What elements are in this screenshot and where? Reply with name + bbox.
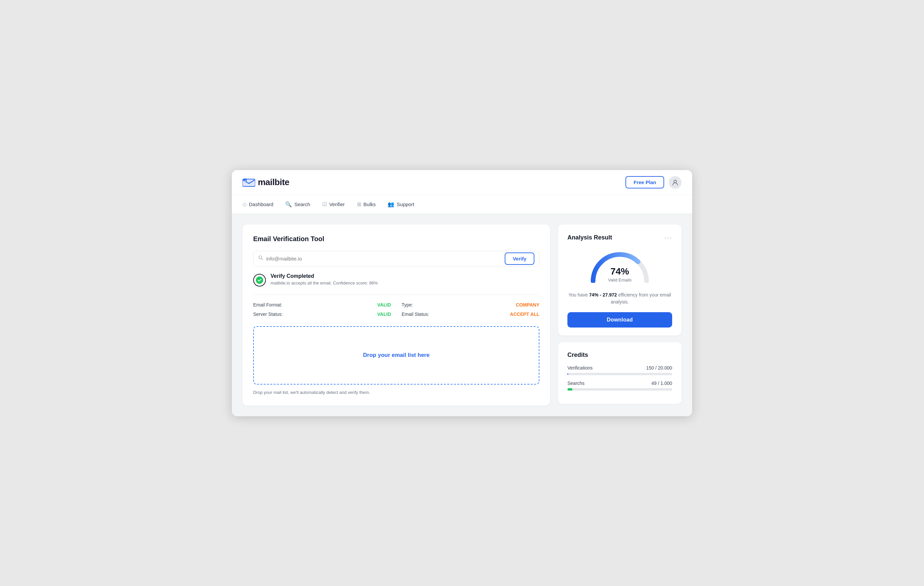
verify-title: Verify Completed — [271, 273, 378, 279]
drop-zone[interactable]: Drop your email list here — [253, 326, 540, 385]
credit-verifications-bar-bg — [568, 373, 672, 375]
credit-searches-bar-bg — [568, 388, 672, 391]
nav-dashboard[interactable]: ◇ Dashboard — [243, 201, 273, 208]
credit-verifications: Verifications 150 / 20.000 — [568, 365, 672, 375]
nav-search[interactable]: 🔍 Search — [285, 201, 310, 208]
people-icon: 👥 — [388, 201, 394, 208]
credit-searches-bar-fill — [568, 388, 573, 391]
svg-point-4 — [674, 180, 676, 183]
verify-button[interactable]: Verify — [505, 253, 535, 265]
free-plan-button[interactable]: Free Plan — [625, 176, 664, 188]
credits-title: Credits — [568, 352, 672, 358]
credit-searches-value: 49 / 1.000 — [652, 381, 672, 386]
gauge-label: 74% Valid Emails — [608, 266, 632, 283]
left-panel: Email Verification Tool Verify — [243, 224, 550, 406]
header: @ mailbite Free Plan — [232, 170, 692, 195]
stats-grid: Email Format: VALID Type: COMPANY Server… — [253, 302, 540, 317]
gauge-wrap: 74% Valid Emails — [588, 249, 652, 283]
user-icon — [672, 179, 678, 186]
app-window: @ mailbite Free Plan ◇ Dashboard 🔍 Searc… — [232, 170, 692, 416]
search-nav-icon: 🔍 — [285, 201, 292, 208]
credits-card: Credits Verifications 150 / 20.000 Searc… — [558, 342, 681, 404]
nav-verifier[interactable]: ☑ Verifier — [322, 201, 345, 208]
stat-email-format: Email Format: VALID — [253, 302, 391, 307]
verify-subtitle: mailbite.io accepts all the email. Confi… — [271, 281, 378, 286]
divider — [253, 294, 540, 295]
drop-zone-text: Drop your email list here — [363, 352, 429, 358]
download-button[interactable]: Download — [568, 312, 672, 327]
gauge-percent: 74% — [608, 266, 632, 277]
more-button[interactable]: ··· — [665, 234, 672, 241]
logo-label: mailbite — [258, 177, 289, 187]
stat-server-status: Server Status: VALID — [253, 312, 391, 317]
panel-title: Email Verification Tool — [253, 235, 540, 243]
analysis-desc: You have 74% - 27.972 efficiency from yo… — [568, 292, 672, 305]
svg-text:@: @ — [244, 179, 246, 182]
nav: ◇ Dashboard 🔍 Search ☑ Verifier ⊞ Bulks … — [232, 195, 692, 214]
email-input-row: Verify — [253, 251, 540, 266]
gauge-container: 74% Valid Emails — [568, 249, 672, 286]
nav-support[interactable]: 👥 Support — [388, 201, 414, 208]
right-panel: Analysis Result ··· — [558, 224, 681, 406]
verify-status: Verify Completed mailbite.io accepts all… — [253, 273, 540, 287]
credit-searches-label: Searchs — [568, 381, 584, 386]
check-square-icon: ☑ — [322, 201, 327, 208]
credit-verifications-value: 150 / 20.000 — [646, 365, 672, 371]
header-right: Free Plan — [625, 176, 681, 189]
drop-hint: Drop your mail list, we'll automatically… — [253, 390, 540, 395]
check-circle — [253, 274, 266, 287]
credit-verifications-header: Verifications 150 / 20.000 — [568, 365, 672, 371]
verify-text-block: Verify Completed mailbite.io accepts all… — [271, 273, 378, 286]
logo-icon: @ — [243, 177, 255, 187]
check-inner — [256, 276, 263, 284]
card-header: Analysis Result ··· — [568, 234, 672, 241]
avatar-button[interactable] — [669, 176, 681, 189]
nav-bulks[interactable]: ⊞ Bulks — [357, 201, 376, 208]
credit-verifications-bar-fill — [568, 373, 568, 375]
email-input[interactable] — [266, 251, 505, 266]
credit-searches-header: Searchs 49 / 1.000 — [568, 381, 672, 386]
logo: @ mailbite — [243, 177, 289, 187]
stat-email-status: Email Status: ACCEPT ALL — [402, 312, 540, 317]
credit-verifications-label: Verifications — [568, 365, 592, 371]
credit-searches: Searchs 49 / 1.000 — [568, 381, 672, 391]
diamond-icon: ◇ — [243, 201, 246, 208]
analysis-card: Analysis Result ··· — [558, 224, 681, 335]
layers-icon: ⊞ — [357, 201, 361, 208]
main-content: Email Verification Tool Verify — [232, 214, 692, 416]
search-icon — [258, 255, 264, 262]
analysis-title: Analysis Result — [568, 234, 612, 241]
gauge-sublabel: Valid Emails — [608, 277, 632, 282]
stat-type: Type: COMPANY — [402, 302, 540, 307]
